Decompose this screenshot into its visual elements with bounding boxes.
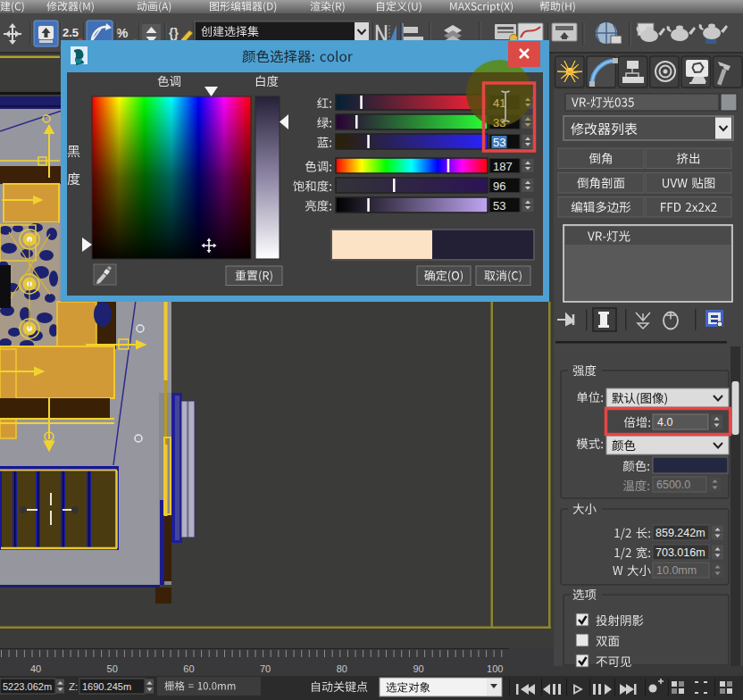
svg-text:187: 187	[493, 160, 513, 173]
svg-text:40: 40	[30, 663, 41, 674]
svg-text:1690.245m: 1690.245m	[82, 681, 131, 692]
svg-text:2.5: 2.5	[63, 26, 79, 39]
svg-text:{}: {}	[169, 26, 179, 40]
svg-text:859.242m: 859.242m	[655, 527, 705, 539]
svg-text:50: 50	[107, 663, 118, 674]
svg-text:33: 33	[493, 116, 505, 129]
svg-text:60: 60	[183, 663, 194, 674]
svg-text:6500.0: 6500.0	[656, 479, 690, 491]
svg-text:90: 90	[413, 663, 423, 674]
svg-text:5223.062m: 5223.062m	[3, 681, 52, 692]
svg-text:703.016m: 703.016m	[655, 546, 705, 559]
svg-text:70: 70	[260, 663, 271, 674]
svg-text:96: 96	[493, 179, 505, 193]
svg-text:4.0: 4.0	[657, 416, 672, 429]
svg-text:Z:: Z:	[69, 681, 78, 692]
svg-text:%: %	[116, 25, 128, 40]
svg-text:100: 100	[487, 663, 503, 674]
svg-text:80: 80	[337, 663, 347, 674]
svg-text:41: 41	[493, 96, 505, 110]
svg-text:10.0mm: 10.0mm	[656, 564, 697, 577]
svg-text:53: 53	[493, 199, 505, 212]
svg-text:53: 53	[493, 136, 505, 149]
